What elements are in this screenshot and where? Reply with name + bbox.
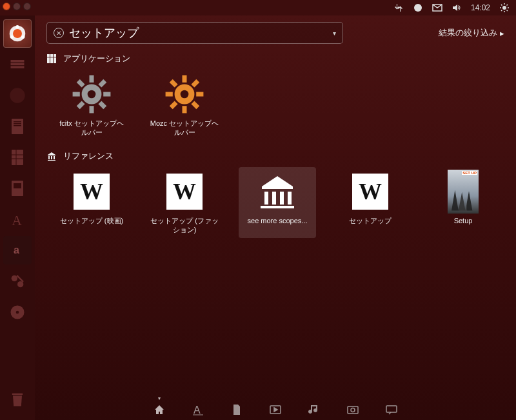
dash: ✕ ▾ 結果の絞り込み ▸ アプリケーション fcitx セットアップヘルパー … <box>35 15 516 420</box>
svg-point-13 <box>15 25 19 28</box>
wikipedia-icon: W <box>74 174 110 210</box>
launcher-trash[interactable] <box>3 385 32 414</box>
reference-tile-more[interactable]: see more scopes... <box>239 167 316 239</box>
svg-rect-29 <box>14 183 21 188</box>
svg-rect-61 <box>170 101 178 109</box>
dropdown-icon[interactable]: ▾ <box>333 30 336 37</box>
app-tile[interactable]: fcitx セットアップヘルパー <box>53 70 130 141</box>
svg-rect-53 <box>98 101 106 109</box>
svg-rect-59 <box>196 92 203 97</box>
launcher-writer[interactable] <box>3 112 32 141</box>
window-minimize-button[interactable] <box>13 3 21 10</box>
svg-rect-22 <box>14 123 21 125</box>
svg-point-14 <box>10 35 14 39</box>
svg-rect-50 <box>98 79 106 88</box>
svg-point-45 <box>88 90 96 99</box>
lens-video[interactable] <box>269 403 282 416</box>
svg-point-0 <box>414 4 422 12</box>
svg-text:a: a <box>14 245 19 255</box>
gear-icon <box>69 72 114 117</box>
svg-rect-23 <box>14 125 21 126</box>
svg-point-55 <box>181 90 189 99</box>
svg-rect-46 <box>90 75 94 83</box>
network-icon[interactable] <box>393 3 404 13</box>
reference-label: Setup <box>454 216 473 225</box>
lens-home[interactable] <box>153 403 166 416</box>
svg-rect-57 <box>183 106 187 113</box>
svg-rect-49 <box>103 92 110 97</box>
svg-rect-56 <box>183 75 187 83</box>
chat-icon[interactable] <box>413 3 423 13</box>
lens-music[interactable] <box>308 403 321 416</box>
svg-rect-47 <box>90 106 94 113</box>
svg-rect-21 <box>14 121 21 123</box>
wikipedia-icon: W <box>166 174 203 210</box>
svg-point-19 <box>10 88 25 103</box>
svg-rect-52 <box>77 79 85 88</box>
svg-rect-42 <box>50 57 53 63</box>
volume-icon[interactable] <box>452 3 462 13</box>
reference-tile[interactable]: W セットアップ (映画) <box>53 167 130 239</box>
system-icon[interactable] <box>499 3 510 13</box>
clear-search-icon[interactable]: ✕ <box>54 28 64 38</box>
svg-rect-40 <box>54 54 56 57</box>
svg-rect-62 <box>170 79 178 88</box>
svg-rect-48 <box>73 92 80 97</box>
reference-tile[interactable]: W セットアップ <box>332 167 409 239</box>
reference-label: セットアップ (ファッション) <box>150 216 219 235</box>
filter-label: 結果の絞り込み <box>439 27 497 39</box>
svg-rect-69 <box>386 406 397 412</box>
apps-category-icon <box>46 54 57 64</box>
lens-photos[interactable] <box>346 403 359 416</box>
launcher-amazon[interactable]: a <box>3 236 32 265</box>
svg-line-9 <box>501 10 502 12</box>
launcher-firefox[interactable] <box>3 81 32 110</box>
svg-rect-63 <box>191 101 199 109</box>
launcher-disc[interactable] <box>3 298 32 326</box>
svg-rect-37 <box>12 394 23 395</box>
svg-point-33 <box>17 281 23 287</box>
filter-results[interactable]: 結果の絞り込み ▸ <box>439 27 504 39</box>
reference-tile[interactable]: Setup <box>424 167 502 239</box>
reference-label: see more scopes... <box>248 216 308 225</box>
bank-icon <box>257 171 298 212</box>
launcher-settings[interactable] <box>3 267 32 295</box>
window-close-button[interactable] <box>3 3 10 10</box>
svg-rect-20 <box>12 119 23 134</box>
lens-messages[interactable] <box>385 403 398 416</box>
lens-files[interactable] <box>230 403 243 416</box>
launcher-calc[interactable] <box>3 143 32 172</box>
svg-line-8 <box>507 10 508 12</box>
svg-point-15 <box>21 35 25 39</box>
movie-poster-icon <box>448 170 479 214</box>
reference-category-icon <box>46 151 57 161</box>
mail-icon[interactable] <box>432 3 442 13</box>
launcher-impress[interactable] <box>3 174 32 203</box>
launcher-dash[interactable] <box>3 19 32 48</box>
search-input[interactable] <box>69 26 328 40</box>
svg-point-36 <box>16 311 19 314</box>
launcher-files[interactable] <box>3 50 32 79</box>
svg-rect-24 <box>12 150 23 165</box>
launcher: A a <box>0 15 35 420</box>
launcher-accessible[interactable]: A <box>3 205 32 234</box>
app-tile[interactable]: Mozc セットアップヘルパー <box>146 70 223 141</box>
section-applications: アプリケーション fcitx セットアップヘルパー Mozc セットアップヘルパ… <box>46 53 504 141</box>
svg-line-7 <box>501 5 502 6</box>
svg-point-12 <box>13 29 22 38</box>
reference-tile[interactable]: W セットアップ (ファッション) <box>146 167 223 239</box>
svg-text:A: A <box>194 405 201 415</box>
window-maximize-button[interactable] <box>23 3 31 10</box>
lens-bar: A <box>35 403 516 416</box>
lens-applications[interactable]: A <box>192 403 204 416</box>
reference-label: セットアップ (映画) <box>60 216 123 225</box>
section-reference: リファレンス W セットアップ (映画) W セットアップ (ファッション) s… <box>46 150 504 239</box>
svg-point-2 <box>502 6 506 10</box>
app-label: Mozc セットアップヘルパー <box>150 119 219 137</box>
clock[interactable]: 14:02 <box>471 3 490 12</box>
gear-icon <box>162 72 207 117</box>
svg-rect-17 <box>11 63 25 66</box>
svg-point-32 <box>12 275 17 281</box>
chevron-right-icon: ▸ <box>500 28 504 38</box>
svg-rect-58 <box>166 92 173 97</box>
